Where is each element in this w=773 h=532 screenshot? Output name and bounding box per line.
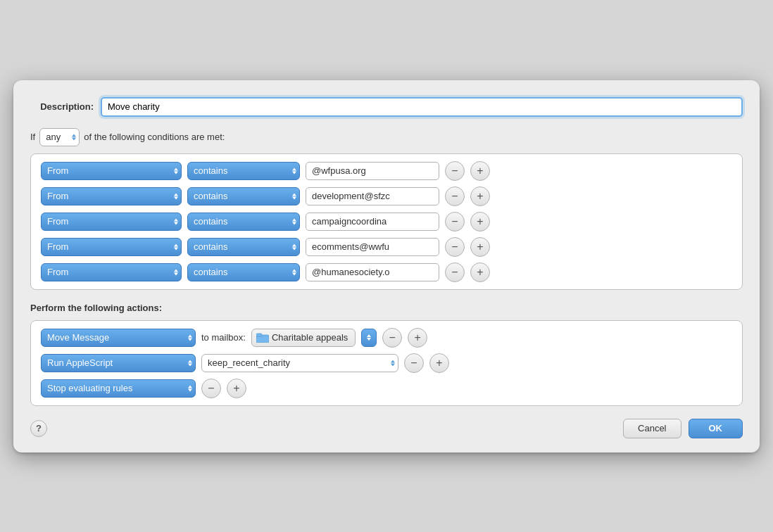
value-input-4[interactable]: [306, 238, 439, 256]
add-action-3[interactable]: +: [227, 379, 246, 398]
field-select-3[interactable]: From: [41, 213, 182, 231]
operator-select-container-4: contains: [187, 238, 300, 256]
mailbox-chevron-container: Charitable appeals: [361, 329, 377, 347]
folder-icon: [256, 332, 269, 343]
script-select[interactable]: keep_recent_charity: [201, 354, 398, 372]
action-select-2[interactable]: Run AppleScript: [41, 354, 196, 372]
any-select[interactable]: any all: [39, 128, 80, 146]
condition-row-1: FromToSubject containsdoes not contain −…: [41, 161, 732, 181]
mailbox-select-button[interactable]: Charitable appeals: [251, 329, 356, 347]
remove-action-3[interactable]: −: [201, 379, 221, 398]
field-select-container-4: From: [41, 238, 182, 256]
add-action-1[interactable]: +: [408, 328, 427, 348]
remove-condition-3[interactable]: −: [445, 212, 465, 232]
condition-suffix-label: of the following conditions are met:: [84, 132, 225, 142]
add-condition-2[interactable]: +: [470, 186, 490, 206]
remove-condition-2[interactable]: −: [445, 186, 465, 206]
if-label: If: [30, 132, 35, 142]
field-select-5[interactable]: From: [41, 263, 182, 281]
description-row: Description:: [30, 97, 743, 117]
script-select-container: keep_recent_charity: [201, 354, 398, 372]
action-row-3: Stop evaluating rules − +: [41, 379, 732, 398]
operator-select-4[interactable]: contains: [187, 238, 300, 256]
action-row-2: Run AppleScript keep_recent_charity − +: [41, 353, 732, 373]
conditions-section: FromToSubject containsdoes not contain −…: [30, 153, 743, 290]
if-row: If any all of the following conditions a…: [30, 128, 743, 146]
condition-row-4: From contains − +: [41, 237, 732, 257]
operator-select-container-1: containsdoes not contain: [187, 162, 300, 180]
remove-condition-5[interactable]: −: [445, 262, 465, 282]
operator-select-5[interactable]: contains: [187, 263, 300, 281]
condition-row-5: From contains − +: [41, 262, 732, 282]
condition-row-3: From contains − +: [41, 212, 732, 232]
field-select-2[interactable]: From: [41, 187, 182, 205]
operator-select-container-5: contains: [187, 263, 300, 281]
add-condition-4[interactable]: +: [470, 237, 490, 257]
ok-button[interactable]: OK: [689, 419, 743, 438]
value-input-2[interactable]: [306, 187, 439, 205]
mailbox-name: Charitable appeals: [272, 332, 348, 343]
condition-row-2: From contains − +: [41, 186, 732, 206]
operator-select-3[interactable]: contains: [187, 213, 300, 231]
action-select-container-3: Stop evaluating rules: [41, 379, 196, 398]
description-label: Description:: [30, 101, 94, 112]
operator-select-container-2: contains: [187, 187, 300, 205]
actions-title: Perform the following actions:: [30, 303, 743, 313]
action-select-container-2: Run AppleScript: [41, 354, 196, 372]
field-select-4[interactable]: From: [41, 238, 182, 256]
action-select-3[interactable]: Stop evaluating rules: [41, 379, 196, 398]
field-select-1[interactable]: FromToSubject: [41, 162, 182, 180]
value-input-1[interactable]: [306, 162, 439, 180]
add-action-2[interactable]: +: [429, 353, 449, 373]
cancel-button[interactable]: Cancel: [623, 419, 681, 438]
add-condition-3[interactable]: +: [470, 212, 490, 232]
svg-rect-1: [256, 334, 262, 336]
action-select-container-1: Move Message: [41, 329, 196, 347]
remove-condition-1[interactable]: −: [445, 161, 465, 181]
operator-select-container-3: contains: [187, 213, 300, 231]
field-select-container-2: From: [41, 187, 182, 205]
to-mailbox-label: to mailbox:: [201, 332, 246, 343]
footer-buttons: Cancel OK: [623, 419, 743, 438]
action-select-1[interactable]: Move Message: [41, 329, 196, 347]
remove-condition-4[interactable]: −: [445, 237, 465, 257]
field-select-container-5: From: [41, 263, 182, 281]
operator-select-2[interactable]: contains: [187, 187, 300, 205]
operator-select-1[interactable]: containsdoes not contain: [187, 162, 300, 180]
value-input-5[interactable]: [306, 263, 439, 281]
field-select-container-3: From: [41, 213, 182, 231]
action-row-1: Move Message to mailbox: Charitable appe…: [41, 328, 732, 348]
mail-rule-dialog: Description: If any all of the following…: [13, 80, 760, 452]
help-button[interactable]: ?: [30, 420, 47, 437]
add-condition-1[interactable]: +: [470, 161, 490, 181]
any-select-container: any all: [39, 128, 80, 146]
field-select-container-1: FromToSubject: [41, 162, 182, 180]
add-condition-5[interactable]: +: [470, 262, 490, 282]
remove-action-2[interactable]: −: [404, 353, 424, 373]
actions-section: Move Message to mailbox: Charitable appe…: [30, 320, 743, 406]
value-input-3[interactable]: [306, 213, 439, 231]
description-input[interactable]: [101, 97, 743, 117]
footer-row: ? Cancel OK: [30, 419, 743, 438]
